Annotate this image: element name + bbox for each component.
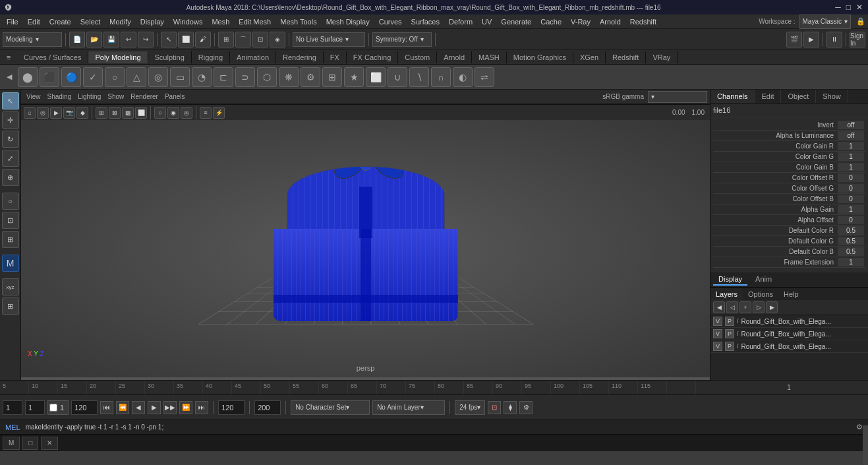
taskbar-min-btn[interactable]: □ xyxy=(22,437,38,450)
attr-frame-extension-value[interactable]: 1 xyxy=(838,258,864,266)
move-tool-btn[interactable]: ✛ xyxy=(2,111,19,129)
shelf-tab-rigging[interactable]: Rigging xyxy=(192,51,230,63)
shelf-icon-disc[interactable]: ◔ xyxy=(192,67,212,87)
layers-tab[interactable]: Layers xyxy=(710,288,743,300)
shelf-icon-cone[interactable]: △ xyxy=(127,67,146,87)
live-surface-dropdown[interactable]: No Live Surface ▾ xyxy=(293,32,365,47)
attr-default-color-b-value[interactable]: 0.5 xyxy=(838,247,864,256)
viewport-canvas[interactable]: X Y Z persp xyxy=(21,120,710,377)
snap-curve-btn[interactable]: ⌒ xyxy=(235,32,251,47)
playback-end-btn[interactable]: ⏭ xyxy=(195,401,208,414)
snap-surface-btn[interactable]: ◈ xyxy=(270,32,285,47)
vp-menu-panels[interactable]: Panels xyxy=(162,92,188,101)
layer-item-3[interactable]: V P / Round_Gift_Box_with_Elega... xyxy=(710,340,868,353)
vp-icon-10[interactable]: ○ xyxy=(154,107,166,119)
shelf-tab-fx-caching[interactable]: FX Caching xyxy=(347,51,398,63)
character-set-dropdown[interactable]: No Character Set ▾ xyxy=(291,400,370,415)
shelf-icon-gear[interactable]: ⚙ xyxy=(301,67,320,87)
layer-scrollbar[interactable] xyxy=(863,425,868,465)
menu-surfaces[interactable]: Surfaces xyxy=(407,16,444,27)
shelf-icon-mirror[interactable]: ⇌ xyxy=(475,67,494,87)
key-btn[interactable]: ⧫ xyxy=(504,401,517,414)
menu-curves[interactable]: Curves xyxy=(375,16,406,27)
layer-item-1[interactable]: V P / Round_Gift_Box_with_Elega... xyxy=(710,315,868,328)
shelf-tab-custom[interactable]: Custom xyxy=(398,51,437,63)
menu-redshift[interactable]: Redshift xyxy=(626,16,660,27)
snap-grid-btn[interactable]: ⊞ xyxy=(218,32,234,47)
vp-icon-9[interactable]: ⬜ xyxy=(135,107,147,119)
rotate-tool-btn[interactable]: ↻ xyxy=(2,131,19,148)
close-button[interactable]: ✕ xyxy=(856,3,863,12)
attr-color-offset-r-value[interactable]: 0 xyxy=(838,173,864,182)
layer-prev2-btn[interactable]: ◁ xyxy=(726,301,738,313)
script-type[interactable]: MEL xyxy=(5,423,20,431)
menu-uv[interactable]: UV xyxy=(478,16,496,27)
shelf-tab-sculpting[interactable]: Sculpting xyxy=(148,51,192,63)
select-tool-btn[interactable]: ↖ xyxy=(161,32,177,47)
vp-menu-shading[interactable]: Shading xyxy=(45,92,74,101)
shelf-icon-subd[interactable]: ⊞ xyxy=(322,67,342,87)
shelf-tab-poly[interactable]: Poly Modeling xyxy=(88,51,148,63)
options-tab[interactable]: Options xyxy=(743,288,778,300)
shelf-icon-check[interactable]: ✓ xyxy=(83,67,103,87)
fps-dropdown[interactable]: 24 fps ▾ xyxy=(455,400,485,415)
menu-create[interactable]: Create xyxy=(45,16,75,27)
frame-btn[interactable]: ⊞ xyxy=(2,297,19,315)
layer-add-btn[interactable]: + xyxy=(739,301,751,313)
open-btn[interactable]: 📂 xyxy=(86,32,102,47)
attr-alpha-offset-value[interactable]: 0 xyxy=(838,216,864,224)
lasso-btn[interactable]: ⬜ xyxy=(178,32,194,47)
vp-icon-13[interactable]: ≡ xyxy=(200,107,212,119)
vp-icon-3[interactable]: ▶ xyxy=(50,107,62,119)
gamma-dropdown[interactable]: ▾ xyxy=(648,91,707,103)
shelf-icon-sphere2[interactable]: ○ xyxy=(105,67,125,87)
playback-forward-btn[interactable]: ▶▶ xyxy=(163,401,177,414)
vp-icon-8[interactable]: ▩ xyxy=(122,107,134,119)
max-frame-field[interactable]: 200 xyxy=(254,400,281,415)
layer-plug-1[interactable]: P xyxy=(725,317,734,326)
snap-btn[interactable]: ⊡ xyxy=(2,212,19,229)
edit-tab[interactable]: Edit xyxy=(755,90,781,103)
sign-in-btn[interactable]: Sign In xyxy=(850,32,865,47)
maximize-button[interactable]: □ xyxy=(846,3,851,12)
shelf-tab-vray[interactable]: VRay xyxy=(646,51,678,63)
iso-btn[interactable]: ⊞ xyxy=(2,231,19,248)
display-tab[interactable]: Display xyxy=(713,274,747,286)
menu-edit[interactable]: Edit xyxy=(24,16,44,27)
display-3d-btn[interactable]: xyz xyxy=(2,278,19,295)
vp-icon-12[interactable]: ◎ xyxy=(181,107,192,119)
menu-display[interactable]: Display xyxy=(136,16,168,27)
attr-color-gain-b-value[interactable]: 1 xyxy=(838,163,864,171)
menu-vray[interactable]: V-Ray xyxy=(567,16,594,27)
layer-next-btn[interactable]: ▷ xyxy=(753,301,765,313)
playback-play-btn[interactable]: ▶ xyxy=(148,401,161,414)
menu-select[interactable]: Select xyxy=(76,16,105,27)
anim-layer-dropdown[interactable]: No Anim Layer ▾ xyxy=(372,400,445,415)
symmetry-dropdown[interactable]: Symmetry: Off ▾ xyxy=(372,32,432,47)
frame-end-field[interactable]: 120 xyxy=(71,400,98,415)
menu-modify[interactable]: Modify xyxy=(105,16,134,27)
shelf-tab-mash[interactable]: MASH xyxy=(472,51,507,63)
mode-dropdown[interactable]: Modeling ▾ xyxy=(3,32,62,47)
save-btn[interactable]: 💾 xyxy=(103,32,119,47)
shelf-icon-bool-union[interactable]: ∪ xyxy=(388,67,407,87)
shelf-icon-bool-inter[interactable]: ∩ xyxy=(431,67,451,87)
shelf-icon-pipe[interactable]: ⊏ xyxy=(214,67,233,87)
menu-mesh[interactable]: Mesh xyxy=(208,16,233,27)
menu-generate[interactable]: Generate xyxy=(497,16,535,27)
layer-item-2[interactable]: V P / Round_Gift_Box_with_Elega... xyxy=(710,328,868,340)
shelf-tab-animation[interactable]: Animation xyxy=(230,51,276,63)
shelf-tab-curves[interactable]: Curves / Surfaces xyxy=(17,51,88,63)
render-btn[interactable]: 🎬 xyxy=(786,32,802,47)
vp-icon-14[interactable]: ⚡ xyxy=(213,107,225,119)
attr-invert-value[interactable]: off xyxy=(838,121,864,129)
vp-menu-renderer[interactable]: Renderer xyxy=(128,92,161,101)
timeline[interactable]: 5 10 15 20 25 30 35 40 45 50 55 60 65 70… xyxy=(0,380,868,394)
shelf-icon-polycube[interactable]: ⬛ xyxy=(40,67,59,87)
shelf-icon-star[interactable]: ★ xyxy=(344,67,364,87)
frame-end2-field[interactable]: 120 xyxy=(218,400,245,415)
auto-key-btn[interactable]: ⊡ xyxy=(488,401,501,414)
vp-menu-lighting[interactable]: Lighting xyxy=(75,92,103,101)
redo-btn[interactable]: ↪ xyxy=(138,32,154,47)
attr-alpha-gain-value[interactable]: 1 xyxy=(838,205,864,214)
